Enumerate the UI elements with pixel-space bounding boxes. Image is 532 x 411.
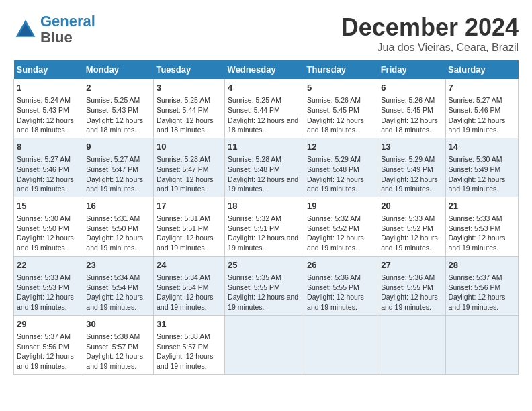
sunrise-label: Sunrise: 5:33 AM bbox=[449, 214, 502, 222]
sunrise-label: Sunrise: 5:32 AM bbox=[307, 214, 361, 222]
daylight-label: Daylight: 12 hours and 19 minutes. bbox=[157, 293, 214, 311]
calendar-cell: 16Sunrise: 5:31 AMSunset: 5:50 PMDayligh… bbox=[83, 197, 154, 256]
calendar-cell: 11Sunrise: 5:28 AMSunset: 5:48 PMDayligh… bbox=[225, 138, 304, 197]
daylight-label: Daylight: 12 hours and 19 minutes. bbox=[86, 234, 143, 252]
week-row-3: 15Sunrise: 5:30 AMSunset: 5:50 PMDayligh… bbox=[14, 197, 519, 256]
calendar-cell: 26Sunrise: 5:36 AMSunset: 5:55 PMDayligh… bbox=[304, 256, 378, 315]
day-number: 18 bbox=[228, 200, 301, 212]
sunrise-label: Sunrise: 5:31 AM bbox=[86, 214, 140, 222]
day-number: 26 bbox=[307, 259, 375, 271]
sunrise-label: Sunrise: 5:33 AM bbox=[381, 214, 435, 222]
calendar-cell: 14Sunrise: 5:30 AMSunset: 5:49 PMDayligh… bbox=[445, 138, 518, 197]
calendar-cell: 18Sunrise: 5:32 AMSunset: 5:51 PMDayligh… bbox=[225, 197, 304, 256]
sunrise-label: Sunrise: 5:26 AM bbox=[381, 96, 435, 104]
calendar-cell: 29Sunrise: 5:37 AMSunset: 5:56 PMDayligh… bbox=[14, 315, 83, 374]
calendar-cell bbox=[378, 315, 445, 374]
sunrise-label: Sunrise: 5:36 AM bbox=[381, 273, 435, 281]
daylight-label: Daylight: 12 hours and 19 minutes. bbox=[449, 175, 506, 193]
sunset-label: Sunset: 5:48 PM bbox=[307, 165, 359, 173]
day-number: 8 bbox=[17, 141, 80, 153]
sunset-label: Sunset: 5:51 PM bbox=[228, 224, 280, 232]
calendar-cell: 27Sunrise: 5:36 AMSunset: 5:55 PMDayligh… bbox=[378, 256, 445, 315]
calendar-cell: 28Sunrise: 5:37 AMSunset: 5:56 PMDayligh… bbox=[445, 256, 518, 315]
sunrise-label: Sunrise: 5:24 AM bbox=[17, 96, 71, 104]
sunrise-label: Sunrise: 5:25 AM bbox=[228, 96, 281, 104]
sunset-label: Sunset: 5:56 PM bbox=[449, 283, 501, 291]
day-number: 7 bbox=[449, 82, 515, 94]
daylight-label: Daylight: 12 hours and 19 minutes. bbox=[86, 352, 143, 370]
sunset-label: Sunset: 5:56 PM bbox=[17, 342, 69, 351]
calendar-cell: 21Sunrise: 5:33 AMSunset: 5:53 PMDayligh… bbox=[445, 197, 518, 256]
sunrise-label: Sunrise: 5:29 AM bbox=[307, 155, 361, 163]
sunset-label: Sunset: 5:49 PM bbox=[381, 165, 433, 173]
sunset-label: Sunset: 5:44 PM bbox=[157, 106, 209, 114]
calendar-cell: 15Sunrise: 5:30 AMSunset: 5:50 PMDayligh… bbox=[14, 197, 83, 256]
sunset-label: Sunset: 5:57 PM bbox=[86, 342, 138, 351]
sunset-label: Sunset: 5:52 PM bbox=[381, 224, 433, 232]
day-number: 5 bbox=[307, 82, 375, 94]
daylight-label: Daylight: 12 hours and 19 minutes. bbox=[157, 234, 214, 252]
day-number: 28 bbox=[449, 259, 515, 271]
sunrise-label: Sunrise: 5:32 AM bbox=[228, 214, 281, 222]
day-number: 15 bbox=[17, 200, 80, 212]
day-number: 21 bbox=[449, 200, 515, 212]
day-number: 1 bbox=[17, 82, 80, 94]
sunrise-label: Sunrise: 5:37 AM bbox=[449, 273, 502, 281]
sunrise-label: Sunrise: 5:34 AM bbox=[86, 273, 140, 281]
sunset-label: Sunset: 5:45 PM bbox=[307, 106, 359, 114]
sunset-label: Sunset: 5:46 PM bbox=[449, 106, 501, 114]
sunrise-label: Sunrise: 5:26 AM bbox=[307, 96, 361, 104]
sunrise-label: Sunrise: 5:36 AM bbox=[307, 273, 361, 281]
sunset-label: Sunset: 5:47 PM bbox=[157, 165, 209, 173]
week-row-4: 22Sunrise: 5:33 AMSunset: 5:53 PMDayligh… bbox=[14, 256, 519, 315]
daylight-label: Daylight: 12 hours and 19 minutes. bbox=[307, 293, 364, 311]
sunset-label: Sunset: 5:44 PM bbox=[228, 106, 280, 114]
sunset-label: Sunset: 5:48 PM bbox=[228, 165, 280, 173]
calendar-cell: 24Sunrise: 5:34 AMSunset: 5:54 PMDayligh… bbox=[153, 256, 224, 315]
daylight-label: Daylight: 12 hours and 18 minutes. bbox=[228, 116, 298, 134]
logo-icon bbox=[13, 17, 38, 42]
day-number: 31 bbox=[157, 318, 222, 330]
calendar-cell: 31Sunrise: 5:38 AMSunset: 5:57 PMDayligh… bbox=[153, 315, 224, 374]
sunset-label: Sunset: 5:43 PM bbox=[17, 106, 69, 114]
day-number: 3 bbox=[157, 82, 222, 94]
logo-text: General Blue bbox=[40, 13, 95, 46]
day-number: 16 bbox=[86, 200, 150, 212]
daylight-label: Daylight: 12 hours and 19 minutes. bbox=[17, 293, 74, 311]
sunrise-label: Sunrise: 5:28 AM bbox=[157, 155, 210, 163]
day-number: 23 bbox=[86, 259, 150, 271]
day-number: 6 bbox=[381, 82, 442, 94]
daylight-label: Daylight: 12 hours and 19 minutes. bbox=[157, 175, 214, 193]
sunset-label: Sunset: 5:49 PM bbox=[449, 165, 501, 173]
daylight-label: Daylight: 12 hours and 18 minutes. bbox=[86, 116, 143, 134]
daylight-label: Daylight: 12 hours and 19 minutes. bbox=[86, 293, 143, 311]
daylight-label: Daylight: 12 hours and 19 minutes. bbox=[228, 175, 298, 193]
daylight-label: Daylight: 12 hours and 18 minutes. bbox=[157, 116, 214, 134]
day-number: 9 bbox=[86, 141, 150, 153]
calendar-cell: 19Sunrise: 5:32 AMSunset: 5:52 PMDayligh… bbox=[304, 197, 378, 256]
calendar-cell: 12Sunrise: 5:29 AMSunset: 5:48 PMDayligh… bbox=[304, 138, 378, 197]
header-cell-thursday: Thursday bbox=[304, 60, 378, 79]
sunset-label: Sunset: 5:47 PM bbox=[86, 165, 138, 173]
sunrise-label: Sunrise: 5:29 AM bbox=[381, 155, 435, 163]
sunset-label: Sunset: 5:55 PM bbox=[228, 283, 280, 291]
calendar-cell: 17Sunrise: 5:31 AMSunset: 5:51 PMDayligh… bbox=[153, 197, 224, 256]
daylight-label: Daylight: 12 hours and 19 minutes. bbox=[157, 352, 214, 370]
sunset-label: Sunset: 5:54 PM bbox=[86, 283, 138, 291]
sunset-label: Sunset: 5:51 PM bbox=[157, 224, 209, 232]
calendar-cell: 9Sunrise: 5:27 AMSunset: 5:47 PMDaylight… bbox=[83, 138, 154, 197]
header-cell-tuesday: Tuesday bbox=[153, 60, 224, 79]
sunrise-label: Sunrise: 5:38 AM bbox=[86, 332, 140, 340]
daylight-label: Daylight: 12 hours and 19 minutes. bbox=[381, 175, 438, 193]
sunrise-label: Sunrise: 5:27 AM bbox=[86, 155, 140, 163]
day-number: 20 bbox=[381, 200, 442, 212]
day-number: 19 bbox=[307, 200, 375, 212]
calendar-cell: 22Sunrise: 5:33 AMSunset: 5:53 PMDayligh… bbox=[14, 256, 83, 315]
sunset-label: Sunset: 5:57 PM bbox=[157, 342, 209, 351]
sunrise-label: Sunrise: 5:27 AM bbox=[17, 155, 71, 163]
daylight-label: Daylight: 12 hours and 19 minutes. bbox=[17, 234, 74, 252]
daylight-label: Daylight: 12 hours and 18 minutes. bbox=[17, 116, 74, 134]
day-number: 13 bbox=[381, 141, 442, 153]
daylight-label: Daylight: 12 hours and 19 minutes. bbox=[228, 293, 298, 311]
sunset-label: Sunset: 5:46 PM bbox=[17, 165, 69, 173]
